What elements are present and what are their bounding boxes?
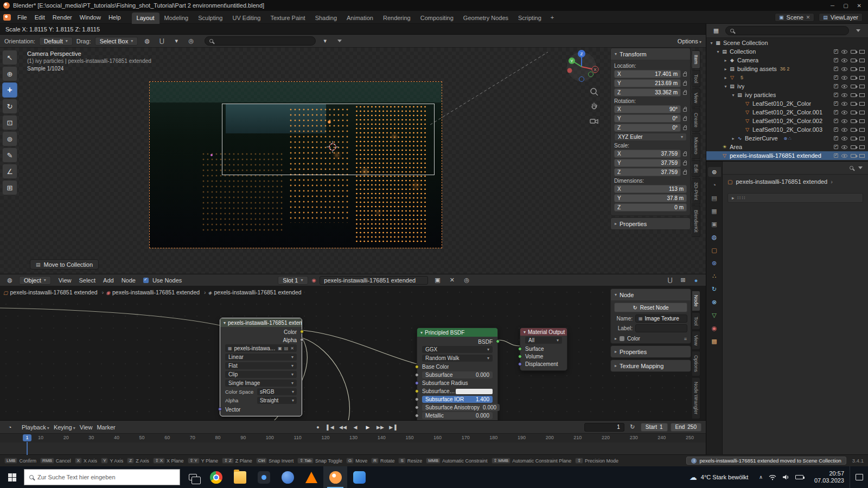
properties-tab-icon[interactable]	[708, 180, 721, 190]
workspace-tab[interactable]: Sculpting	[193, 12, 227, 24]
node-property-row[interactable]: Subsurface Anisotropy0.000	[417, 404, 497, 411]
collapsed-panel-row[interactable]: ▸∷ ∷	[727, 193, 863, 203]
lock-icon[interactable]	[683, 162, 687, 165]
reset-node-button[interactable]: ↻Reset Node	[614, 303, 687, 312]
sidebar-tab[interactable]: Create	[692, 108, 700, 132]
selectability-checkbox-icon[interactable]	[834, 58, 838, 62]
properties-tab-icon[interactable]	[708, 297, 721, 307]
outliner-row[interactable]: Camera ⊛ ∴	[706, 56, 868, 65]
disable-viewport-monitor-icon[interactable]	[859, 145, 865, 149]
disable-render-camera-icon[interactable]	[851, 59, 856, 62]
add-workspace-button[interactable]: +	[547, 12, 558, 23]
outliner-row[interactable]: BezierCurve ⊛ ∴	[706, 134, 868, 143]
camera-view-icon[interactable]	[589, 116, 599, 126]
node-canvas[interactable]: pexels-instawalli-176851 extended pexels…	[0, 286, 706, 420]
snapping-dropdown-icon[interactable]: ▾	[171, 36, 182, 46]
shader-menu-item[interactable]: Add	[99, 275, 118, 285]
expand-caret-icon[interactable]	[723, 75, 729, 80]
disable-viewport-monitor-icon[interactable]	[859, 59, 865, 62]
breadcrumb-item[interactable]: pexels-instawalli-176851 extended	[3, 289, 104, 296]
snap-icon[interactable]: ⋃	[665, 275, 675, 285]
properties-tab-icon[interactable]	[708, 167, 721, 177]
node-property-row[interactable]: Subsurface IOR1.400	[417, 396, 497, 403]
browse-image-icon[interactable]: ▤	[284, 346, 289, 351]
disable-render-camera-icon[interactable]	[851, 50, 856, 54]
taskbar-app-icon[interactable]	[347, 466, 371, 488]
lock-icon[interactable]	[683, 73, 687, 76]
disable-viewport-monitor-icon[interactable]	[859, 102, 865, 106]
taskbar-app-icon[interactable]	[323, 466, 347, 488]
output-socket-row[interactable]: Color	[220, 328, 302, 336]
editor-type-icon[interactable]: ◔	[4, 422, 15, 432]
dimension-field[interactable]: Z0 m	[614, 203, 687, 211]
disable-render-camera-icon[interactable]	[851, 111, 856, 114]
node-label-field[interactable]	[635, 324, 687, 332]
node-dropdown[interactable]: Linear	[225, 354, 297, 361]
jump-to-start-button[interactable]: ▌◀	[325, 423, 336, 432]
sidebar-tab[interactable]: BlenderKit	[692, 206, 700, 237]
material-name-field[interactable]: pexels-instawalli-176851 extended	[320, 276, 428, 285]
move-to-collection-button[interactable]: ▤ Move to Collection	[30, 259, 99, 269]
search-icon[interactable]	[850, 166, 853, 170]
filter-icon[interactable]	[334, 36, 345, 46]
texture-mapping-section-header[interactable]: ▸Texture Mapping	[611, 360, 691, 371]
expand-caret-icon[interactable]	[723, 58, 729, 63]
sidebar-tab[interactable]: 3D-Print	[692, 178, 700, 204]
taskbar-app-icon[interactable]	[228, 466, 252, 488]
tool-button[interactable]	[2, 147, 17, 163]
node-property-row[interactable]: Subsurface0.000	[417, 371, 497, 378]
hide-eye-icon[interactable]	[841, 102, 847, 106]
zoom-icon[interactable]	[589, 87, 599, 97]
selectability-checkbox-icon[interactable]	[834, 145, 838, 149]
node-header[interactable]: ▾Principled BSDF	[417, 328, 497, 337]
tool-button[interactable]	[2, 115, 17, 130]
disable-render-camera-icon[interactable]	[851, 154, 856, 158]
sidebar-tab[interactable]: Item	[692, 50, 700, 69]
viewlayer-selector[interactable]: ▤ ViewLayer	[819, 13, 863, 22]
alpha-mode-dropdown[interactable]: Straight	[257, 397, 297, 404]
sidebar-tab[interactable]: Mixamo	[692, 133, 700, 159]
outliner-row[interactable]: building assets 36 2 ⊛ ∴	[706, 65, 868, 73]
shader-mode-dropdown[interactable]: Object	[19, 276, 51, 285]
rotation-field[interactable]: Y0°	[614, 114, 681, 123]
navigation-gizmo[interactable]: Z X Y	[564, 49, 599, 85]
properties-tab-icon[interactable]	[708, 323, 721, 333]
sidebar-tab[interactable]: Edit	[692, 160, 700, 177]
disable-render-camera-icon[interactable]	[851, 93, 856, 97]
workspace-tab[interactable]: Rendering	[378, 12, 416, 24]
hide-eye-icon[interactable]	[841, 76, 847, 80]
tool-button[interactable]	[2, 180, 17, 195]
timeline-ruler[interactable]: 1020304050607080901001101201301401501601…	[0, 434, 706, 454]
color-swatch[interactable]	[456, 389, 493, 394]
outliner-row[interactable]: LeafSet010_2K_Color.003 ⊛ ∴	[706, 125, 868, 134]
output-target-dropdown[interactable]: All	[525, 337, 562, 344]
pivot-icon[interactable]: ◍	[142, 36, 152, 46]
timeline-menu-item[interactable]: Keying	[52, 423, 78, 432]
outliner-row[interactable]: Collection ⊛ ∴	[706, 47, 868, 56]
scene-selector[interactable]: ▣ Scene ✕	[775, 13, 814, 22]
lock-icon[interactable]	[683, 92, 687, 95]
hide-eye-icon[interactable]	[841, 137, 847, 140]
tool-button[interactable]	[2, 131, 17, 146]
blender-menu-icon[interactable]	[3, 14, 11, 21]
input-socket-row[interactable]: Surface	[520, 345, 567, 352]
taskbar-search-input[interactable]	[37, 474, 175, 480]
selectability-checkbox-icon[interactable]	[834, 67, 838, 71]
maximize-button[interactable]: ▢	[843, 3, 848, 9]
status-report-message[interactable]: i pexels-instawalli-176851 extended move…	[686, 457, 846, 465]
hide-eye-icon[interactable]	[841, 111, 847, 114]
unlink-material-icon[interactable]: ✕	[446, 275, 457, 285]
disable-render-camera-icon[interactable]	[851, 85, 856, 88]
principled-bsdf-node[interactable]: ▾Principled BSDF BSDF GGXRandom Walk Bas…	[417, 328, 498, 420]
outliner-row[interactable]: Area ⊛ ∴	[706, 143, 868, 151]
visibility-dropdown-icon[interactable]: ▾	[320, 36, 330, 46]
selectability-checkbox-icon[interactable]	[834, 75, 838, 80]
taskbar-clock[interactable]: 20:57 07.03.2023	[809, 470, 850, 484]
expand-caret-icon[interactable]	[723, 67, 729, 72]
workspace-tab[interactable]: Layout	[132, 12, 159, 24]
color-section-header[interactable]: ▸ Color≡	[611, 334, 691, 343]
properties-tab-icon[interactable]	[708, 193, 721, 203]
dimension-field[interactable]: Y37.8 m	[614, 194, 687, 202]
timeline-menu-item[interactable]: Playback	[20, 423, 52, 432]
expand-caret-icon[interactable]	[709, 41, 714, 46]
